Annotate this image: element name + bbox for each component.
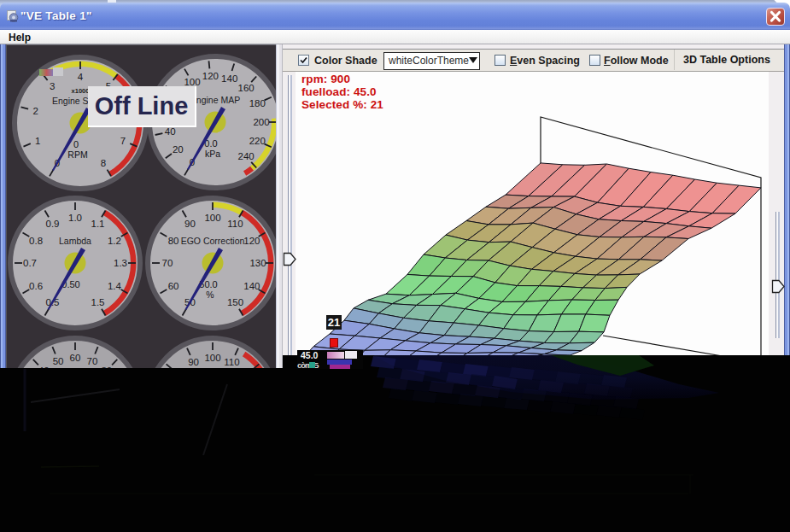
svg-text:0.6: 0.6 <box>29 281 43 291</box>
svg-text:0.8: 0.8 <box>29 236 43 246</box>
svg-text:1: 1 <box>35 136 40 146</box>
svg-text:0.9: 0.9 <box>46 219 60 229</box>
svg-text:150: 150 <box>227 297 243 307</box>
svg-text:Lambda: Lambda <box>59 236 91 246</box>
svg-text:40: 40 <box>165 126 176 137</box>
svg-text:120: 120 <box>243 236 260 246</box>
svg-text:90: 90 <box>184 219 196 229</box>
svg-text:140: 140 <box>221 73 237 84</box>
svg-text:8: 8 <box>101 158 106 168</box>
svg-text:3: 3 <box>50 81 55 91</box>
svg-text:%: % <box>206 289 214 300</box>
svg-text:220: 220 <box>249 136 266 146</box>
svg-text:2: 2 <box>33 106 38 116</box>
svg-text:1.4: 1.4 <box>108 281 122 291</box>
svg-text:120: 120 <box>202 71 219 81</box>
svg-text:7: 7 <box>120 136 126 146</box>
svg-text:1.3: 1.3 <box>114 258 127 268</box>
svg-text:Engine MAP: Engine MAP <box>190 95 240 105</box>
svg-text:4: 4 <box>78 72 84 82</box>
svg-text:130: 130 <box>249 258 266 268</box>
svg-text:180: 180 <box>249 98 266 108</box>
svg-text:110: 110 <box>227 219 243 229</box>
svg-text:x1000: x1000 <box>72 87 90 95</box>
svg-text:0.7: 0.7 <box>23 258 37 268</box>
svg-text:0: 0 <box>73 139 79 149</box>
svg-text:60: 60 <box>168 281 179 291</box>
svg-text:100: 100 <box>204 213 220 223</box>
svg-text:160: 160 <box>238 83 255 93</box>
svg-text:80: 80 <box>168 236 179 246</box>
svg-text:240: 240 <box>238 151 255 161</box>
svg-text:1.0: 1.0 <box>68 213 82 223</box>
svg-text:20: 20 <box>173 144 184 155</box>
svg-text:140: 140 <box>243 281 260 291</box>
svg-text:1.2: 1.2 <box>108 236 121 246</box>
svg-text:200: 200 <box>253 117 269 127</box>
svg-text:1.5: 1.5 <box>91 297 105 307</box>
svg-text:1.1: 1.1 <box>91 219 105 229</box>
svg-text:70: 70 <box>162 258 173 268</box>
svg-text:EGO Correction: EGO Correction <box>181 236 245 246</box>
svg-text:RPM: RPM <box>67 149 87 160</box>
svg-text:kPa: kPa <box>205 149 220 159</box>
